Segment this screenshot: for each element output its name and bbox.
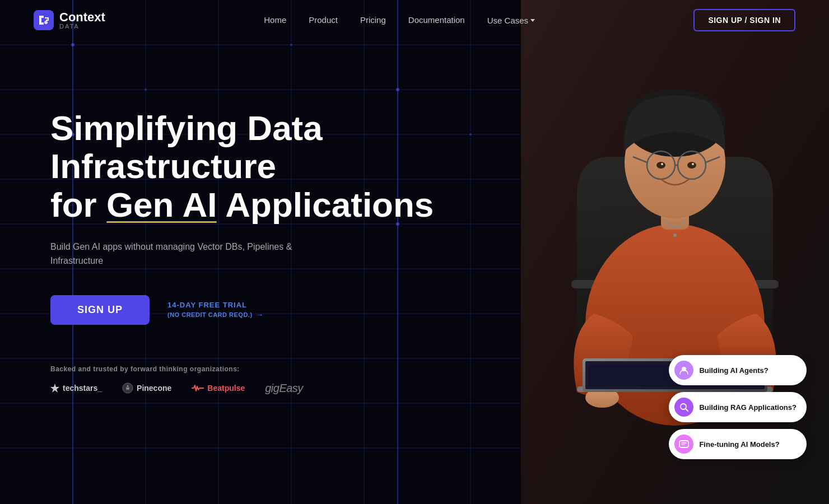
svg-point-39 (656, 162, 665, 169)
nav-home[interactable]: Home (264, 15, 286, 25)
nav-links: Home Product Pricing Documentation Use C… (264, 15, 535, 25)
bubble-text-2: Building RAG Applications? (699, 403, 797, 412)
chat-bubbles-container: Building AI Agents? Building RAG Applica… (669, 355, 807, 459)
trial-link[interactable]: 14-DAY FREE TRIAL (NO CREDIT CARD REQD.)… (167, 301, 264, 319)
svg-point-58 (44, 21, 48, 24)
signup-signin-button[interactable]: SIGN UP / SIGN IN (693, 9, 795, 31)
trusted-logos: techstars_ Pinecone Beatpulse gig (50, 382, 521, 395)
bubble-icon-2 (674, 398, 693, 417)
nav-documentation[interactable]: Documentation (408, 15, 465, 25)
bubble-icon-3 (674, 435, 693, 454)
hero-title: Simplifying Data Infrastructure for Gen … (50, 109, 471, 224)
svg-point-51 (673, 234, 677, 237)
signup-button[interactable]: SIGN UP (50, 295, 150, 325)
chat-bubble-2[interactable]: Building RAG Applications? (669, 392, 807, 422)
bubble-text-3: Fine-tuning AI Models? (699, 440, 779, 449)
trial-label-line1: 14-DAY FREE TRIAL (167, 301, 264, 309)
nav-pricing[interactable]: Pricing (360, 15, 386, 25)
trusted-section: Backed and trusted by forward thinking o… (50, 365, 521, 395)
svg-rect-55 (679, 441, 688, 447)
arrow-right-icon: → (256, 310, 264, 319)
beatpulse-logo: Beatpulse (192, 384, 245, 393)
svg-point-40 (687, 162, 696, 169)
logo-icon (34, 10, 54, 30)
hero-subtitle: Build Gen AI apps without managing Vecto… (50, 240, 330, 268)
nav-product[interactable]: Product (309, 15, 338, 25)
logo-link[interactable]: Context DATA (34, 10, 105, 30)
logo-text: Context DATA (59, 11, 105, 30)
chevron-down-icon (530, 19, 535, 22)
chat-bubble-3[interactable]: Fine-tuning AI Models? (669, 429, 807, 459)
trusted-label: Backed and trusted by forward thinking o… (50, 365, 521, 373)
svg-point-42 (692, 163, 694, 165)
hero-title-highlight: Gen AI (106, 186, 217, 224)
navigation: Context DATA Home Product Pricing Docume… (0, 0, 829, 40)
gigeasy-logo: gigEasy (265, 382, 303, 395)
nav-use-cases[interactable]: Use Cases (487, 16, 535, 25)
pinecone-logo: Pinecone (122, 382, 171, 394)
bubble-text-1: Building AI Agents? (699, 366, 768, 375)
bubble-icon-1 (674, 361, 693, 380)
trial-label-line2: (NO CREDIT CARD REQD.) → (167, 310, 264, 319)
svg-line-54 (686, 409, 688, 411)
techstars-logo: techstars_ (50, 384, 102, 393)
chat-bubble-1[interactable]: Building AI Agents? (669, 355, 807, 385)
brand-name: Context (59, 11, 105, 24)
svg-point-41 (661, 163, 663, 165)
hero-content: Simplifying Data Infrastructure for Gen … (0, 0, 521, 504)
hero-actions: SIGN UP 14-DAY FREE TRIAL (NO CREDIT CAR… (50, 295, 521, 325)
brand-sub: DATA (59, 24, 105, 30)
svg-marker-59 (50, 384, 59, 393)
